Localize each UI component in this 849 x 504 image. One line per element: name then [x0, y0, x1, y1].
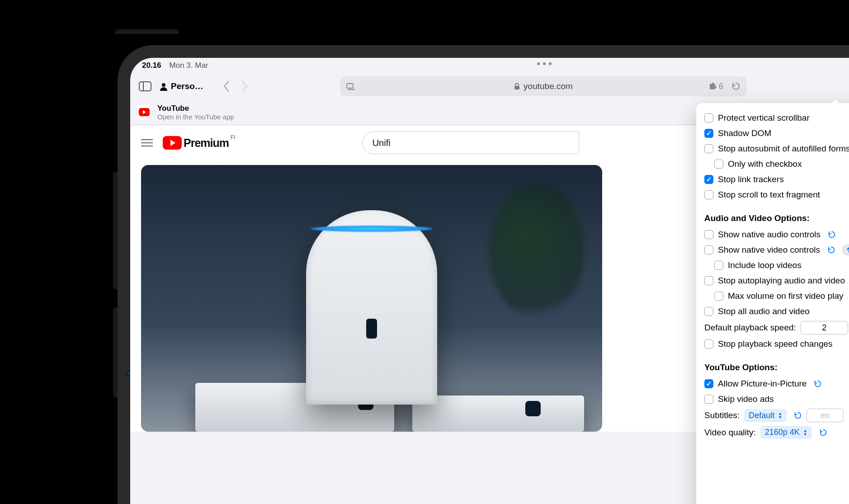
quality-select[interactable]: 2160p 4K ▲▼: [760, 426, 812, 439]
option-label: Stop scroll to text fragment: [718, 190, 820, 200]
option-label: Shadow DOM: [718, 128, 771, 138]
stop-speed-row[interactable]: Stop playback speed changes: [696, 336, 849, 352]
av-option-row[interactable]: Max volume on first video play: [696, 288, 849, 304]
region-code: FI: [231, 134, 236, 141]
banner-subtitle: Open in the YouTube app: [157, 113, 234, 121]
yt-option-row[interactable]: Skip video ads: [696, 391, 849, 407]
option-label: Skip video ads: [718, 394, 774, 404]
video-thumbnail[interactable]: [141, 165, 602, 432]
option-label: Allow Picture-in-Picture: [718, 379, 807, 389]
option-label: Stop playback speed changes: [718, 339, 833, 349]
reload-icon[interactable]: [827, 246, 835, 254]
av-option-row[interactable]: Show native audio controls: [696, 227, 849, 242]
option-label: Only with checkbox: [728, 159, 802, 169]
checkbox[interactable]: [704, 245, 713, 254]
option-label: Stop link trackers: [718, 174, 784, 184]
quality-row: Video quality: 2160p 4K ▲▼: [696, 424, 849, 441]
youtube-logo[interactable]: Premium FI: [163, 136, 235, 150]
subtitles-lang-input[interactable]: [807, 409, 844, 422]
browser-toolbar: Perso… youtube.com 6: [130, 73, 849, 99]
chevron-updown-icon: ▲▼: [778, 412, 782, 419]
play-icon: [163, 136, 182, 150]
section-yt: YouTube Options:: [696, 352, 849, 376]
svg-rect-3: [347, 84, 353, 88]
svg-point-2: [162, 83, 165, 87]
forward-button[interactable]: [237, 78, 253, 95]
multitask-dots-icon[interactable]: [537, 62, 552, 65]
status-date: Mon 3. Mar: [170, 61, 208, 70]
reload-button[interactable]: [731, 82, 741, 91]
checkbox[interactable]: [704, 379, 713, 388]
extension-count: 6: [719, 82, 723, 91]
checkbox[interactable]: [704, 129, 713, 138]
reload-icon[interactable]: [814, 380, 822, 388]
chevron-updown-icon: ▲▼: [803, 429, 807, 436]
back-button[interactable]: [218, 78, 234, 95]
address-host: youtube.com: [524, 81, 573, 91]
subtitles-row: Subtitles: Default ▲▼: [696, 407, 849, 424]
option-label: Show native video controls: [718, 245, 820, 255]
youtube-app-icon: [137, 104, 152, 120]
general-option-row[interactable]: Stop scroll to text fragment: [696, 187, 849, 203]
checkbox[interactable]: [704, 190, 713, 199]
menu-icon[interactable]: [141, 139, 153, 146]
page-settings-icon[interactable]: [346, 82, 356, 90]
extension-popover: Protect vertical scrollbarShadow DOMStop…: [696, 103, 849, 504]
person-icon: [159, 82, 168, 91]
checkbox[interactable]: [714, 160, 723, 169]
checkbox[interactable]: [704, 144, 713, 153]
option-label: Stop autoplaying audio and video: [718, 276, 845, 286]
sidebar-toggle-icon[interactable]: [137, 78, 154, 95]
reload-icon[interactable]: [819, 429, 827, 437]
option-label: Protect vertical scrollbar: [718, 113, 810, 123]
subtitles-value: Default: [749, 411, 774, 420]
av-option-row[interactable]: Stop all audio and video: [696, 304, 849, 319]
search-value: Unifi: [373, 138, 391, 148]
checkbox[interactable]: [704, 276, 713, 285]
general-option-row[interactable]: Protect vertical scrollbar: [696, 110, 849, 126]
quality-value: 2160p 4K: [765, 428, 800, 437]
search-input[interactable]: Unifi: [362, 132, 579, 154]
subtitles-select[interactable]: Default ▲▼: [744, 409, 787, 422]
checkbox[interactable]: [704, 230, 713, 239]
default-speed-input[interactable]: [801, 321, 848, 334]
av-option-row[interactable]: Include loop videos: [696, 258, 849, 273]
option-label: Stop autosubmit of autofilled forms: [718, 144, 849, 154]
section-av: Audio and Video Options:: [696, 203, 849, 227]
address-bar[interactable]: youtube.com 6: [340, 76, 747, 96]
av-option-row[interactable]: Stop autoplaying audio and video: [696, 273, 849, 288]
checkbox[interactable]: [704, 175, 713, 184]
checkbox[interactable]: [704, 113, 713, 122]
quality-label: Video quality:: [704, 428, 756, 438]
general-option-row[interactable]: Stop link trackers: [696, 172, 849, 187]
lock-icon: [514, 83, 520, 90]
status-bar: 20.16 Mon 3. Mar: [130, 58, 849, 73]
brand-text: Premium: [184, 137, 229, 150]
checkbox[interactable]: [704, 339, 713, 349]
checkbox[interactable]: [714, 292, 723, 301]
checkbox[interactable]: [704, 307, 713, 316]
extension-badge[interactable]: 6: [708, 82, 723, 91]
general-option-row[interactable]: Stop autosubmit of autofilled forms: [696, 141, 849, 156]
av-option-row[interactable]: Show native video controls: [696, 242, 849, 258]
checkbox[interactable]: [704, 395, 713, 404]
profile-label: Perso…: [171, 81, 203, 91]
profile-switcher[interactable]: Perso…: [159, 81, 209, 91]
general-option-row[interactable]: Shadow DOM: [696, 126, 849, 141]
reload-icon[interactable]: [794, 411, 802, 419]
arrow-up-icon[interactable]: [842, 244, 849, 256]
default-speed-label: Default playback speed:: [704, 323, 796, 333]
general-option-row[interactable]: Only with checkbox: [696, 156, 849, 172]
puzzle-icon: [708, 82, 717, 91]
reload-icon[interactable]: [828, 231, 836, 239]
yt-option-row[interactable]: Allow Picture-in-Picture: [696, 376, 849, 391]
svg-rect-0: [139, 82, 151, 91]
checkbox[interactable]: [714, 261, 723, 270]
option-label: Stop all audio and video: [718, 306, 810, 316]
svg-rect-5: [514, 86, 519, 89]
default-speed-row: Default playback speed:: [696, 319, 849, 336]
subtitles-label: Subtitles:: [704, 410, 740, 420]
option-label: Include loop videos: [728, 260, 802, 270]
option-label: Show native audio controls: [718, 230, 821, 240]
option-label: Max volume on first video play: [728, 291, 844, 301]
